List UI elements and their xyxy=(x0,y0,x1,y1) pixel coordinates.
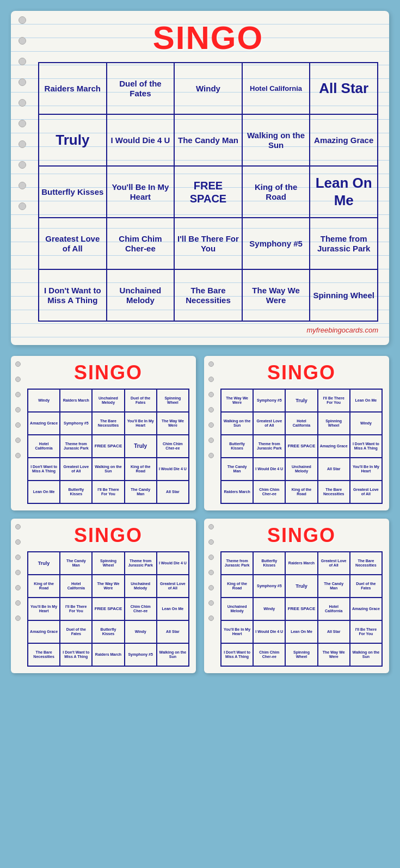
hole-sm-2 xyxy=(15,377,21,382)
cell-1-2: The Candy Man xyxy=(174,114,242,166)
c2-4-3: The Candy Man xyxy=(125,481,157,503)
c5-0-4: The Bare Necessities xyxy=(350,552,382,575)
c4-2-2: FREE SPACE xyxy=(92,598,124,620)
c3-2-2: FREE SPACE xyxy=(285,435,317,458)
c3-2-3: Amazing Grace xyxy=(318,435,350,458)
c5-3-3: All Star xyxy=(318,620,350,643)
c4-2-1: I'll Be There For You xyxy=(60,598,92,620)
cell-4-0: I Don't Want to Miss A Thing xyxy=(39,269,107,321)
c5-4-3: The Way We Were xyxy=(318,643,350,666)
hole-sm3-4 xyxy=(208,407,214,413)
c2-1-2: The Bare Necessities xyxy=(92,412,124,435)
card-3: SINGO The Way We Were Symphony #5 Truly … xyxy=(204,356,389,510)
c2-3-4: I Would Die 4 U xyxy=(157,458,189,481)
table-row: Greatest Love of All Chim Chim Cher-ee I… xyxy=(39,218,378,269)
table-row: Amazing Grace Symphony #5 The Bare Neces… xyxy=(28,412,189,435)
cell-0-0: Raiders March xyxy=(39,63,107,114)
table-row: Truly The Candy Man Spinning Wheel Theme… xyxy=(28,552,189,575)
cell-0-4: All Star xyxy=(310,63,378,114)
c3-0-0: The Way We Were xyxy=(221,389,253,412)
cell-1-4: Amazing Grace xyxy=(310,114,378,166)
c4-3-4: All Star xyxy=(157,620,189,643)
c4-1-1: Hotel California xyxy=(60,575,92,598)
c3-2-4: I Don't Want to Miss A Thing xyxy=(350,435,382,458)
c3-3-2: Unchained Melody xyxy=(285,458,317,481)
table-row: King of the Road Symphony #5 Truly The C… xyxy=(221,575,382,598)
table-row: I Don't Want to Miss A Thing Chim Chim C… xyxy=(221,643,382,666)
table-row: Raiders March Duel of the Fates Windy Ho… xyxy=(39,63,378,114)
main-title: SINGO xyxy=(38,19,378,57)
holes-sm xyxy=(15,361,21,458)
c2-3-2: Walking on the Sun xyxy=(92,458,124,481)
c5-0-0: Theme from Jurassic Park xyxy=(221,552,253,575)
c4-4-4: Walking on the Sun xyxy=(157,643,189,666)
c3-2-1: Theme from Jurassic Park xyxy=(253,435,285,458)
c2-2-1: Theme from Jurassic Park xyxy=(60,435,92,458)
cell-2-1: You'll Be In My Heart xyxy=(107,166,175,218)
c2-1-4: The Way We Were xyxy=(157,412,189,435)
cell-4-1: Unchained Melody xyxy=(107,269,175,321)
c2-4-1: Butterfly Kisses xyxy=(60,481,92,503)
c3-0-1: Symphony #5 xyxy=(253,389,285,412)
hole-2 xyxy=(19,37,26,45)
card4-title: SINGO xyxy=(27,524,189,547)
c4-0-1: The Candy Man xyxy=(60,552,92,575)
c4-3-2: Butterfly Kisses xyxy=(92,620,124,643)
table-row: Butterfly Kisses You'll Be In My Heart F… xyxy=(39,166,378,218)
small-cards-row-1: SINGO Windy Raiders March Unchained Melo… xyxy=(11,356,389,510)
c5-0-3: Greatest Love of All xyxy=(318,552,350,575)
c5-1-2: Truly xyxy=(285,575,317,598)
hole-sm-5 xyxy=(15,422,21,428)
hole-sm3-6 xyxy=(208,438,214,443)
website-label: myfreebingocards.com xyxy=(38,326,378,334)
c5-4-0: I Don't Want to Miss A Thing xyxy=(221,643,253,666)
c2-3-1: Greatest Love of All xyxy=(60,458,92,481)
c3-4-1: Chim Chim Cher-ee xyxy=(253,481,285,503)
c2-0-4: Spinning Wheel xyxy=(157,389,189,412)
c3-1-3: Spinning Wheel xyxy=(318,412,350,435)
hole-10 xyxy=(19,202,26,210)
cell-4-2: The Bare Necessities xyxy=(174,269,242,321)
c4-1-2: The Way We Were xyxy=(92,575,124,598)
cell-0-2: Windy xyxy=(174,63,242,114)
holes-sm-5 xyxy=(208,524,214,621)
c2-2-2: FREE SPACE xyxy=(92,435,124,458)
c3-3-0: The Candy Man xyxy=(221,458,253,481)
hole-1 xyxy=(19,16,26,24)
c5-1-0: King of the Road xyxy=(221,575,253,598)
c3-0-3: I'll Be There For You xyxy=(318,389,350,412)
c3-4-2: King of the Road xyxy=(285,481,317,503)
c5-3-0: You'll Be In My Heart xyxy=(221,620,253,643)
cell-0-1: Duel of the Fates xyxy=(107,63,175,114)
hole-5 xyxy=(19,99,26,107)
card5-title: SINGO xyxy=(220,524,383,547)
card-5: SINGO Theme from Jurassic Park Butterfly… xyxy=(204,519,389,673)
c4-0-2: Spinning Wheel xyxy=(92,552,124,575)
table-row: I Don't Want to Miss A Thing Greatest Lo… xyxy=(28,458,189,481)
c5-3-1: I Would Die 4 U xyxy=(253,620,285,643)
hole-7 xyxy=(19,140,26,148)
table-row: I Don't Want to Miss A Thing Unchained M… xyxy=(39,269,378,321)
hole-sm4-2 xyxy=(15,539,21,545)
c3-4-3: The Bare Necessities xyxy=(318,481,350,503)
hole-3 xyxy=(19,58,26,65)
hole-sm4-6 xyxy=(15,600,21,606)
hole-4 xyxy=(19,78,26,86)
cell-3-3: Symphony #5 xyxy=(242,218,310,269)
cell-2-2: FREE SPACE xyxy=(174,166,242,218)
c4-0-0: Truly xyxy=(28,552,60,575)
table-row: Windy Raiders March Unchained Melody Due… xyxy=(28,389,189,412)
c4-2-3: Chim Chim Cher-ee xyxy=(125,598,157,620)
c2-1-1: Symphony #5 xyxy=(60,412,92,435)
holes-sm-4 xyxy=(15,524,21,621)
cell-4-4: Spinning Wheel xyxy=(310,269,378,321)
hole-sm5-4 xyxy=(208,570,214,575)
c5-2-3: Hotel California xyxy=(318,598,350,620)
main-bingo-table: Raiders March Duel of the Fates Windy Ho… xyxy=(38,62,378,322)
c3-3-1: I Would Die 4 U xyxy=(253,458,285,481)
table-row: Walking on the Sun Greatest Love of All … xyxy=(221,412,382,435)
cell-2-0: Butterfly Kisses xyxy=(39,166,107,218)
card-2: SINGO Windy Raiders March Unchained Melo… xyxy=(11,356,196,510)
hole-sm5-6 xyxy=(208,600,214,606)
hole-sm3-1 xyxy=(208,361,214,367)
